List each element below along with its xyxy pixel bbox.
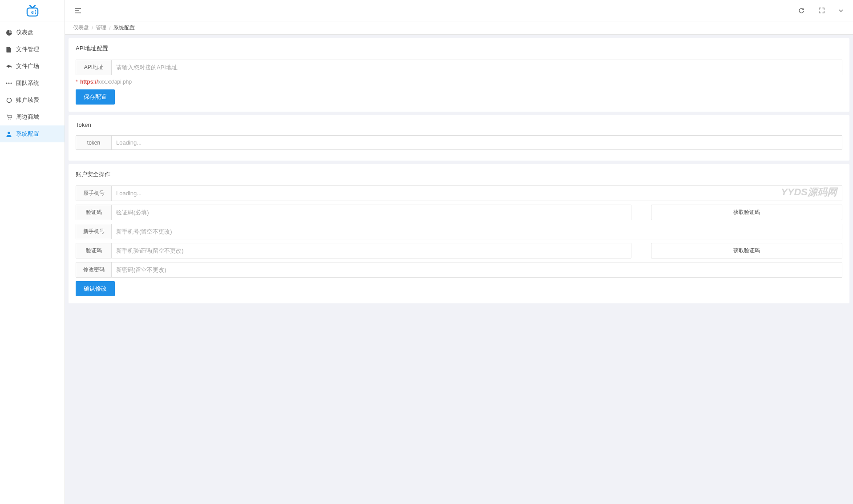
token-label: token <box>76 136 112 149</box>
get-new-code-button[interactable]: 获取验证码 <box>651 243 842 258</box>
fullscreen-icon[interactable] <box>817 6 826 15</box>
sidebar-item-label: 仪表盘 <box>16 28 33 36</box>
verify-code-input[interactable] <box>112 205 631 220</box>
svg-point-8 <box>7 98 11 102</box>
renew-icon <box>5 97 12 103</box>
new-verify-code-group: 验证码 <box>76 243 631 258</box>
dashboard-icon <box>5 30 12 36</box>
chevron-down-icon[interactable] <box>837 8 845 14</box>
svg-point-10 <box>10 119 11 120</box>
sidebar-item-label: 文件管理 <box>16 45 39 53</box>
sidebar-item-label: 周边商城 <box>16 113 39 121</box>
token-group: token <box>76 135 842 150</box>
svg-point-6 <box>8 83 10 84</box>
svg-point-2 <box>35 9 36 10</box>
card-title: Token <box>69 115 849 133</box>
topbar <box>65 0 853 21</box>
card-token: Token token <box>69 115 849 161</box>
sidebar-item-dashboard[interactable]: 仪表盘 <box>0 24 65 41</box>
svg-point-11 <box>8 131 10 134</box>
sidebar-item-shop[interactable]: 周边商城 <box>0 109 65 125</box>
save-config-button[interactable]: 保存配置 <box>76 89 115 105</box>
confirm-change-button[interactable]: 确认修改 <box>76 281 115 296</box>
share-icon <box>5 64 12 69</box>
breadcrumb-sep: / <box>92 25 93 31</box>
card-title: API地址配置 <box>69 38 849 57</box>
password-input[interactable] <box>112 262 842 277</box>
sidebar-item-label: 系统配置 <box>16 130 39 138</box>
menu-toggle-icon[interactable] <box>73 6 83 15</box>
api-address-label: API地址 <box>76 60 112 75</box>
new-phone-input[interactable] <box>112 224 842 239</box>
user-icon <box>5 131 12 137</box>
sidebar-nav: 仪表盘 文件管理 文件广场 团队系统 <box>0 21 65 142</box>
api-address-input[interactable] <box>112 60 842 75</box>
team-icon <box>5 82 12 84</box>
sidebar-item-label: 账户续费 <box>16 96 39 104</box>
refresh-icon[interactable] <box>796 6 806 16</box>
svg-point-3 <box>35 11 36 12</box>
password-group: 修改密码 <box>76 262 842 278</box>
breadcrumb: 仪表盘 / 管理 / 系统配置 <box>65 21 853 35</box>
api-address-group: API地址 <box>76 60 842 75</box>
new-phone-group: 新手机号 <box>76 224 842 239</box>
sidebar-item-settings[interactable]: 系统配置 <box>0 125 65 142</box>
sidebar-item-team[interactable]: 团队系统 <box>0 75 65 92</box>
logo-icon: e <box>25 4 40 18</box>
card-title: 账户安全操作 <box>69 164 849 183</box>
get-code-button[interactable]: 获取验证码 <box>651 205 842 220</box>
password-label: 修改密码 <box>76 262 112 277</box>
old-phone-input[interactable] <box>112 186 842 201</box>
sidebar-item-square[interactable]: 文件广场 <box>0 58 65 75</box>
sidebar: e 仪表盘 文件管理 <box>0 0 65 504</box>
api-hint: * https://xxx.xx/api.php <box>76 79 842 85</box>
old-phone-group: 原手机号 <box>76 185 842 201</box>
breadcrumb-sep: / <box>109 25 110 31</box>
card-api-config: API地址配置 API地址 * https://xxx.xx/api.php 保… <box>69 38 849 112</box>
new-verify-code-label: 验证码 <box>76 243 112 258</box>
new-phone-label: 新手机号 <box>76 224 112 239</box>
breadcrumb-current: 系统配置 <box>113 24 135 32</box>
svg-point-4 <box>35 13 36 14</box>
svg-point-7 <box>11 83 12 84</box>
breadcrumb-mid[interactable]: 管理 <box>96 24 106 32</box>
sidebar-item-renew[interactable]: 账户续费 <box>0 92 65 109</box>
cart-icon <box>5 114 12 120</box>
svg-point-5 <box>6 83 8 84</box>
new-verify-code-input[interactable] <box>112 243 631 258</box>
sidebar-item-label: 文件广场 <box>16 62 39 70</box>
token-input[interactable] <box>112 136 842 149</box>
verify-code-label: 验证码 <box>76 205 112 220</box>
sidebar-item-label: 团队系统 <box>16 79 39 87</box>
svg-point-9 <box>8 119 8 120</box>
card-security: 账户安全操作 YYDS源码网 原手机号 验证码 <box>69 164 849 303</box>
verify-code-group: 验证码 <box>76 205 631 220</box>
file-icon <box>5 47 12 52</box>
logo: e <box>0 0 65 21</box>
svg-text:e: e <box>31 9 34 15</box>
breadcrumb-root[interactable]: 仪表盘 <box>73 24 89 32</box>
sidebar-item-files[interactable]: 文件管理 <box>0 41 65 58</box>
old-phone-label: 原手机号 <box>76 186 112 201</box>
